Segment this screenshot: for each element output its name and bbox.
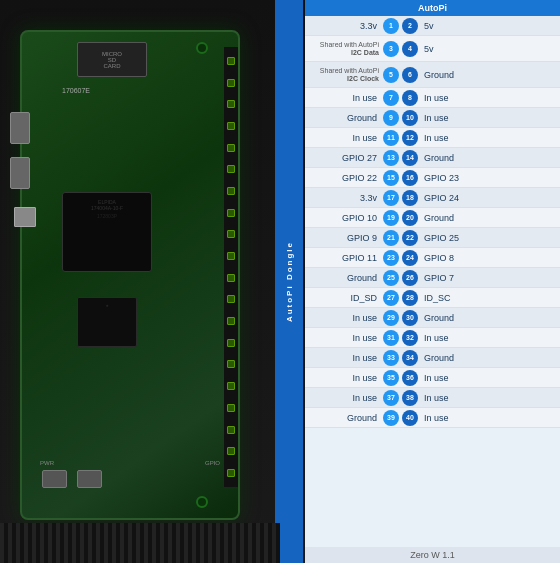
- gpio-row: 3.3v 17 18 GPIO 24: [305, 188, 560, 208]
- pin-pair: 21 22: [383, 230, 418, 246]
- right-pin-label: Ground: [418, 213, 496, 223]
- pin-even: 24: [402, 250, 418, 266]
- left-pin-label: GPIO 27: [305, 153, 383, 163]
- cable-area: [0, 523, 280, 563]
- chip-text-3: ●: [78, 298, 136, 308]
- pin-even: 36: [402, 370, 418, 386]
- left-pin-label: In use: [305, 353, 383, 363]
- gpio-row: GPIO 10 19 20 Ground: [305, 208, 560, 228]
- left-pin-label: In use: [305, 333, 383, 343]
- left-pin-label: 3.3v: [305, 193, 383, 203]
- pin-odd: 21: [383, 230, 399, 246]
- gpio-row: GPIO 22 15 16 GPIO 23: [305, 168, 560, 188]
- gpio-row: GPIO 27 13 14 Ground: [305, 148, 560, 168]
- pin-odd: 37: [383, 390, 399, 406]
- usb-port-bottom: [77, 470, 102, 488]
- gpio-row: In use 11 12 In use: [305, 128, 560, 148]
- pin-even: 22: [402, 230, 418, 246]
- sd-card-slot: MICROSDCARD: [77, 42, 147, 77]
- pin-pair: 13 14: [383, 150, 418, 166]
- gpio-pin: [227, 57, 235, 65]
- pin-pair: 17 18: [383, 190, 418, 206]
- right-pin-label: GPIO 25: [418, 233, 496, 243]
- right-pin-label: In use: [418, 393, 496, 403]
- left-pin-label: Ground: [305, 113, 383, 123]
- gpio-row: 3.3v 1 2 5v: [305, 16, 560, 36]
- gpio-table: 3.3v 1 2 5vShared with AutoPiI2C Data 3 …: [305, 16, 560, 547]
- right-pin-label: 5v: [418, 21, 496, 31]
- pin-odd: 25: [383, 270, 399, 286]
- pin-pair: 39 40: [383, 410, 418, 426]
- pin-pair: 1 2: [383, 18, 418, 34]
- gpio-row: Shared with AutoPiI2C Clock 5 6 Ground: [305, 62, 560, 88]
- autopi-banner-text: AutoPi: [418, 3, 447, 13]
- right-pin-label: GPIO 24: [418, 193, 496, 203]
- gpio-pin: [227, 100, 235, 108]
- pin-even: 38: [402, 390, 418, 406]
- pin-pair: 3 4: [383, 41, 418, 57]
- left-pin-label: In use: [305, 93, 383, 103]
- usb-port-1: [10, 112, 30, 144]
- pin-pair: 5 6: [383, 67, 418, 83]
- gpio-pin: [227, 426, 235, 434]
- pin-even: 20: [402, 210, 418, 226]
- pin-even: 32: [402, 330, 418, 346]
- left-pin-label: Ground: [305, 413, 383, 423]
- pin-odd: 17: [383, 190, 399, 206]
- board-section: AutoPi Dongle MICROSDCARD 170607E: [0, 0, 305, 563]
- pin-odd: 27: [383, 290, 399, 306]
- pin-odd: 1: [383, 18, 399, 34]
- pin-even: 16: [402, 170, 418, 186]
- pin-odd: 3: [383, 41, 399, 57]
- chip-text-1: ELPIDA174004A-10-F: [63, 193, 151, 211]
- pin-pair: 25 26: [383, 270, 418, 286]
- pin-even: 6: [402, 67, 418, 83]
- pin-even: 4: [402, 41, 418, 57]
- right-pin-label: In use: [418, 413, 496, 423]
- gpio-row: GPIO 11 23 24 GPIO 8: [305, 248, 560, 268]
- left-pin-label: In use: [305, 133, 383, 143]
- right-pin-label: GPIO 7: [418, 273, 496, 283]
- pin-even: 10: [402, 110, 418, 126]
- mounting-hole: [196, 42, 208, 54]
- pin-odd: 9: [383, 110, 399, 126]
- gpio-pin: [227, 469, 235, 477]
- pin-even: 28: [402, 290, 418, 306]
- gpio-pin: [227, 79, 235, 87]
- gpio-row: In use 35 36 In use: [305, 368, 560, 388]
- gpio-row: Ground 25 26 GPIO 7: [305, 268, 560, 288]
- gpio-row: In use 7 8 In use: [305, 88, 560, 108]
- autopi-banner: AutoPi: [305, 0, 560, 16]
- left-pin-label: Ground: [305, 273, 383, 283]
- pin-odd: 11: [383, 130, 399, 146]
- pin-even: 26: [402, 270, 418, 286]
- pin-odd: 29: [383, 310, 399, 326]
- pin-pair: 31 32: [383, 330, 418, 346]
- board-image: AutoPi Dongle MICROSDCARD 170607E: [0, 0, 305, 563]
- right-pin-label: Ground: [418, 353, 496, 363]
- autopi-dongle-label: AutoPi Dongle: [285, 241, 294, 322]
- gpio-pin: [227, 382, 235, 390]
- pin-even: 18: [402, 190, 418, 206]
- pin-odd: 23: [383, 250, 399, 266]
- pin-even: 2: [402, 18, 418, 34]
- zero-label: Zero W 1.1: [305, 547, 560, 563]
- main-container: AutoPi Dongle MICROSDCARD 170607E: [0, 0, 560, 563]
- left-pin-label: In use: [305, 313, 383, 323]
- gpio-pin: [227, 317, 235, 325]
- gpio-pin: [227, 209, 235, 217]
- gpio-pin: [227, 165, 235, 173]
- pin-pair: 37 38: [383, 390, 418, 406]
- shared-left-label: Shared with AutoPiI2C Clock: [305, 67, 383, 82]
- gpio-pin: [227, 122, 235, 130]
- pin-even: 12: [402, 130, 418, 146]
- pin-odd: 19: [383, 210, 399, 226]
- pin-pair: 11 12: [383, 130, 418, 146]
- gpio-row: ID_SD 27 28 ID_SC: [305, 288, 560, 308]
- pin-pair: 27 28: [383, 290, 418, 306]
- right-pin-label: In use: [418, 133, 496, 143]
- gpio-label: GPIO: [205, 460, 220, 466]
- hdmi-port: [14, 207, 36, 227]
- mounting-hole: [196, 496, 208, 508]
- pin-pair: 19 20: [383, 210, 418, 226]
